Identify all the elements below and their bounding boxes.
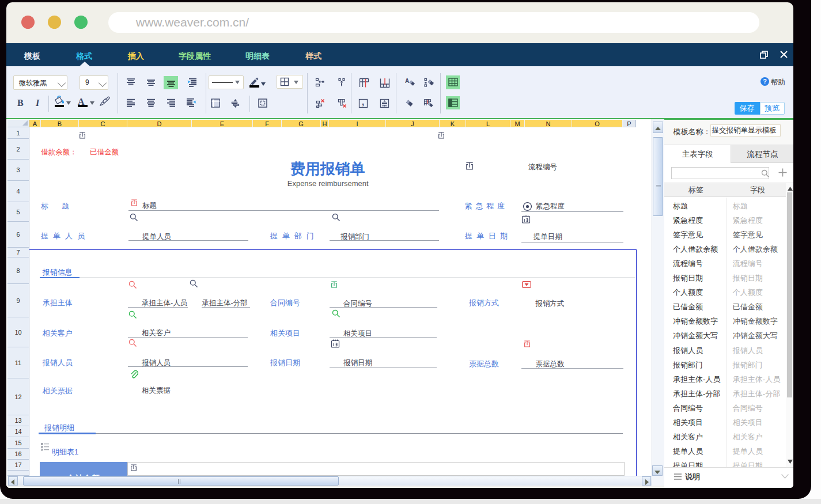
svg-text:,: , (362, 98, 364, 107)
svg-text:A: A (405, 78, 409, 84)
